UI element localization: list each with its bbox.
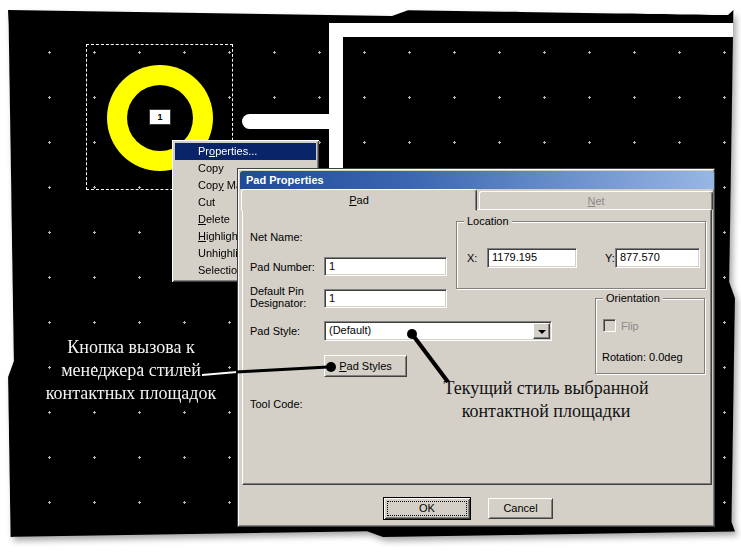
cancel-button[interactable]: Cancel: [488, 498, 553, 519]
annotation-right-line1: Текущий стиль выбранной: [412, 377, 680, 400]
tab-net[interactable]: Net: [479, 191, 713, 210]
annotation-left-line3: контактных площадок: [18, 382, 244, 405]
annotation-right: Текущий стиль выбранной контактной площа…: [412, 377, 680, 423]
tab-pad[interactable]: Pad: [241, 189, 477, 211]
pad-properties-dialog: Pad Properties Net Pad Net Name: Pad Num…: [237, 168, 715, 527]
ok-button[interactable]: OK: [383, 497, 471, 520]
copper-trace-stub: [242, 114, 334, 129]
copper-trace-top: [329, 23, 735, 37]
cancel-button-label: Cancel: [503, 502, 537, 514]
dialog-title: Pad Properties: [246, 174, 324, 186]
annotation-right-line2: контактной площадки: [412, 400, 680, 423]
ok-button-label: OK: [419, 502, 435, 514]
pcb-editor-region: 1 Кнопка вызова к менеджера стилей конта…: [8, 10, 735, 537]
dialog-titlebar[interactable]: Pad Properties: [240, 171, 714, 189]
annotation-left: Кнопка вызова к менеджера стилей контакт…: [18, 336, 244, 405]
annotation-left-line2: менеджера стилей: [18, 359, 244, 382]
page: 1 Кнопка вызова к менеджера стилей конта…: [0, 0, 741, 558]
pad-number-marker: 1: [149, 109, 171, 125]
menu-item-properties[interactable]: Properties...: [175, 143, 316, 160]
copper-trace-vertical: [329, 23, 343, 169]
annotation-left-line1: Кнопка вызова к: [18, 336, 244, 359]
tab-page: [242, 209, 712, 485]
screenshot-shadow: 1 Кнопка вызова к менеджера стилей конта…: [8, 10, 735, 537]
